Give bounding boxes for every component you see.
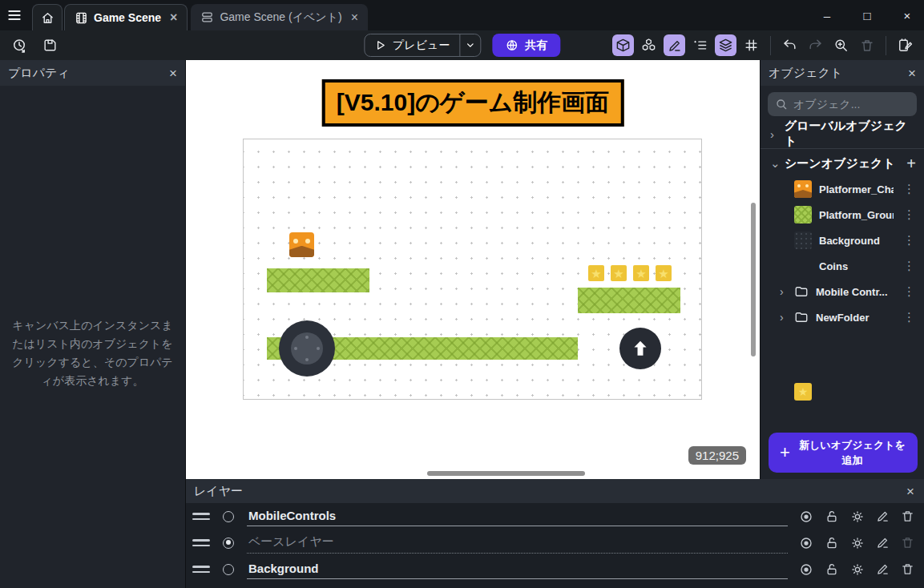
object-folder-mobile-controls[interactable]: › Mobile Contr... ⋮ (761, 279, 924, 304)
toolbar-divider (770, 36, 771, 55)
redo-button[interactable] (805, 34, 826, 56)
instance-properties-toggle[interactable] (689, 34, 711, 56)
instances-list-toggle[interactable] (638, 34, 660, 56)
close-icon[interactable]: × (169, 66, 177, 80)
scene-canvas[interactable]: [V5.10]のゲーム制作画面 ★ ★ ★ ★ (186, 60, 760, 479)
main-menu-button[interactable] (0, 0, 29, 30)
coin-instance[interactable]: ★ (633, 265, 649, 281)
edit-scene-properties-button[interactable] (894, 34, 916, 56)
undo-button[interactable] (779, 34, 801, 56)
close-button[interactable]: × (900, 10, 914, 22)
home-tab[interactable] (32, 4, 63, 30)
edit-mode-toggle[interactable] (664, 34, 685, 56)
layer-radio[interactable] (223, 511, 234, 522)
virtual-joystick-instance[interactable] (279, 320, 335, 377)
object-menu-icon[interactable]: ⋮ (901, 259, 918, 273)
character-eye (293, 239, 298, 244)
object-item-platformer-char[interactable]: Platformer_Char... ⋮ (761, 176, 924, 202)
platformer-character-instance[interactable] (289, 232, 314, 257)
delete-layer-icon (901, 536, 914, 550)
object-item-platform-ground[interactable]: Platform_Ground ⋮ (761, 202, 924, 228)
effects-icon[interactable] (850, 536, 865, 550)
lock-icon[interactable] (825, 509, 839, 524)
scene-icon (75, 11, 88, 25)
layer-name[interactable]: Background (247, 560, 788, 579)
tab-label: Game Scene (94, 11, 161, 24)
edit-layer-icon[interactable] (876, 562, 890, 576)
coin-instance[interactable]: ★ (611, 265, 627, 281)
jump-button-instance[interactable] (619, 328, 661, 369)
horizontal-scrollbar[interactable] (427, 471, 585, 476)
object-menu-icon[interactable]: ⋮ (901, 182, 918, 196)
drag-handle-icon[interactable] (192, 513, 210, 520)
preview-options-button[interactable] (459, 34, 480, 56)
effects-icon[interactable] (850, 509, 865, 524)
layer-row-base[interactable]: ベースレイヤー (186, 530, 924, 556)
properties-panel-title: プロパティ (8, 66, 70, 81)
add-object-icon[interactable]: + (906, 155, 916, 173)
object-menu-icon[interactable]: ⋮ (901, 207, 918, 222)
platform-instance-right[interactable] (578, 288, 680, 313)
global-objects-section[interactable]: › グローバルオブジェクト (761, 121, 924, 147)
visibility-icon[interactable] (799, 509, 813, 524)
object-menu-icon[interactable]: ⋮ (901, 233, 918, 248)
background-color-setting[interactable]: 背景色 (186, 582, 924, 588)
share-button[interactable]: 共有 (492, 34, 560, 57)
version-history-button[interactable] (8, 34, 30, 56)
zoom-button[interactable] (830, 34, 852, 56)
drag-handle-icon[interactable] (192, 539, 210, 546)
delete-layer-icon[interactable] (901, 509, 914, 523)
effects-icon[interactable] (850, 562, 865, 577)
save-button[interactable] (39, 34, 61, 56)
object-folder-newfolder[interactable]: › NewFolder ⋮ (761, 304, 924, 330)
layer-radio-selected[interactable] (223, 538, 234, 549)
coin-instance[interactable]: ★ (588, 265, 604, 281)
tab-close-icon[interactable]: × (170, 11, 177, 24)
close-icon[interactable]: × (906, 485, 914, 498)
tab-game-scene[interactable]: Game Scene × (64, 4, 188, 30)
vertical-scrollbar[interactable] (751, 203, 756, 356)
layers-icon (718, 38, 733, 53)
scene-objects-label: シーンオブジェクト (785, 156, 895, 171)
lock-icon[interactable] (825, 536, 839, 550)
object-search-input[interactable] (793, 98, 898, 111)
lock-icon[interactable] (825, 562, 839, 577)
plus-icon: + (780, 442, 790, 463)
visibility-icon[interactable] (799, 562, 813, 577)
objects-panel-toggle[interactable] (612, 34, 634, 56)
chevron-right-icon[interactable]: › (780, 285, 787, 298)
grid-toggle[interactable] (740, 34, 762, 56)
layer-name[interactable]: ベースレイヤー (247, 533, 788, 554)
object-item-background[interactable]: Background ⋮ (761, 228, 924, 253)
drag-handle-icon[interactable] (192, 566, 210, 573)
add-new-object-button[interactable]: + 新しいオブジェクトを 追加 (769, 433, 918, 473)
tab-close-icon[interactable]: × (351, 11, 358, 24)
preview-button[interactable]: プレビュー (365, 34, 459, 56)
close-icon[interactable]: × (908, 66, 916, 80)
layer-radio[interactable] (223, 564, 234, 575)
layer-row-background[interactable]: Background (186, 556, 924, 582)
grid-icon (744, 38, 759, 53)
object-item-coins[interactable]: ★ Coins ⋮ (761, 253, 924, 279)
object-menu-icon[interactable]: ⋮ (901, 310, 918, 324)
coin-instance[interactable]: ★ (656, 265, 672, 281)
maximize-button[interactable]: □ (860, 10, 874, 22)
delete-layer-icon[interactable] (901, 562, 914, 576)
layers-panel-toggle[interactable] (715, 34, 736, 56)
platform-instance-left[interactable] (267, 268, 369, 292)
edit-layer-icon[interactable] (876, 509, 890, 523)
minimize-button[interactable]: – (820, 10, 834, 22)
scene-frame[interactable]: ★ ★ ★ ★ (243, 139, 702, 400)
object-menu-icon[interactable]: ⋮ (901, 284, 918, 299)
scene-objects-section[interactable]: ⌄ シーンオブジェクト + (761, 151, 924, 176)
layer-row-mobilecontrols[interactable]: MobileControls (186, 503, 924, 530)
visibility-icon[interactable] (799, 536, 813, 550)
object-search-box[interactable] (768, 92, 917, 116)
history-clock-icon (11, 38, 27, 54)
properties-panel: プロパティ × キャンバス上のインスタンスまたはリスト内のオブジェクトをクリック… (0, 60, 186, 479)
layer-name[interactable]: MobileControls (247, 507, 788, 526)
chevron-right-icon[interactable]: › (780, 311, 787, 324)
delete-button[interactable] (856, 34, 878, 56)
edit-layer-icon[interactable] (876, 536, 890, 550)
tab-game-scene-events[interactable]: Game Scene (イベント) × (191, 4, 368, 30)
